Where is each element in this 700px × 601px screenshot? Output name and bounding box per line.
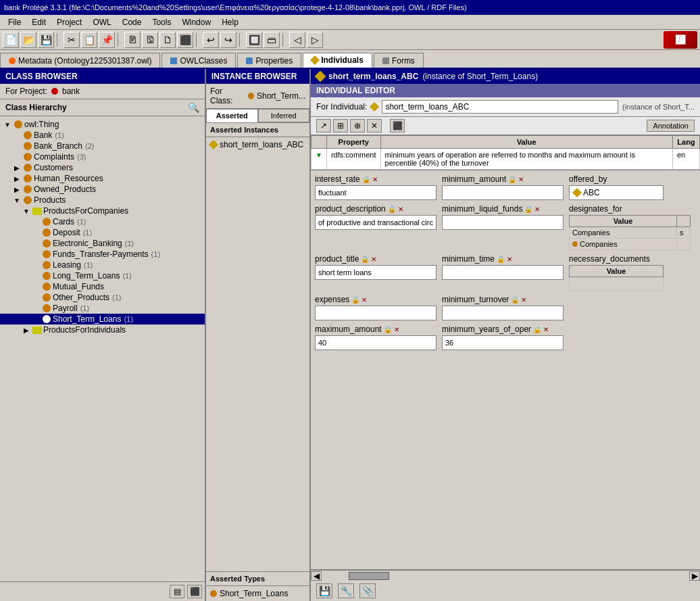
- menu-code[interactable]: Code: [117, 16, 147, 28]
- product-description-lock-icon[interactable]: 🔒: [388, 206, 396, 213]
- tab-inferred[interactable]: Inferred: [258, 109, 310, 122]
- footer-refresh-btn[interactable]: 🔧: [338, 583, 354, 598]
- search-icon[interactable]: 🔍: [188, 102, 199, 113]
- toolbar-new[interactable]: 📄: [3, 32, 19, 48]
- interest-rate-x-icon[interactable]: ✕: [372, 176, 378, 183]
- tab-owlclasses[interactable]: OWLClasses: [161, 53, 236, 68]
- table-row-rdfs-comment[interactable]: ▼ rdfs:comment minimum years of operatio…: [311, 149, 700, 170]
- tab-metadata[interactable]: Metadata (Ontology1225301387.owl): [0, 53, 160, 68]
- ed-btn-copy[interactable]: ⊞: [333, 119, 348, 133]
- tab-properties[interactable]: Properties: [237, 53, 301, 68]
- toolbar-undo[interactable]: ↩: [203, 32, 219, 48]
- toolbar-back[interactable]: ◁: [289, 32, 305, 48]
- tree-item-customers[interactable]: ▶ Customers: [0, 162, 205, 173]
- tree-item-short-term-loans[interactable]: Short_Term_Loans (1): [0, 314, 205, 324]
- minimum-liquid-funds-lock-icon[interactable]: 🔒: [524, 206, 532, 213]
- toolbar-cut[interactable]: ✂: [64, 32, 80, 48]
- menu-file[interactable]: File: [3, 16, 26, 28]
- tab-individuals[interactable]: Individuals: [303, 53, 372, 68]
- tree-item-long-term-loans[interactable]: Long_Term_Loans (1): [0, 270, 205, 281]
- minimum-turnover-lock-icon[interactable]: 🔒: [511, 296, 519, 304]
- menu-tools[interactable]: Tools: [147, 16, 176, 28]
- maximum-amount-lock-icon[interactable]: 🔒: [384, 326, 392, 333]
- minimum-years-lock-icon[interactable]: 🔒: [533, 326, 541, 333]
- menu-edit[interactable]: Edit: [26, 16, 51, 28]
- minimum-time-input[interactable]: [442, 265, 564, 280]
- tree-item-products-for-companies[interactable]: ▼ ProductsForCompanies: [0, 206, 205, 216]
- des-row-1[interactable]: Companies s: [570, 227, 691, 239]
- toolbar-save[interactable]: 💾: [38, 32, 54, 48]
- scroll-right-btn[interactable]: ▶: [689, 571, 700, 581]
- maximum-amount-x-icon[interactable]: ✕: [394, 326, 399, 333]
- minimum-liquid-funds-x-icon[interactable]: ✕: [534, 206, 540, 213]
- minimum-liquid-funds-input[interactable]: [442, 215, 564, 230]
- minimum-years-input[interactable]: [442, 335, 564, 350]
- minimum-turnover-x-icon[interactable]: ✕: [521, 296, 526, 304]
- horizontal-scrollbar[interactable]: ◀ ▶: [311, 570, 700, 581]
- for-individual-input[interactable]: [382, 100, 618, 114]
- tree-item-bank[interactable]: Bank (1): [0, 130, 205, 141]
- toolbar-btn8[interactable]: ⬛: [177, 32, 193, 48]
- tree-item-human-resources[interactable]: ▶ Human_Resources: [0, 173, 205, 184]
- type-item-short-term-loans[interactable]: Short_Term_Loans: [210, 587, 305, 600]
- tree-item-bank-branch[interactable]: Bank_Branch (2): [0, 141, 205, 151]
- minimum-amount-lock-icon[interactable]: 🔒: [508, 176, 516, 183]
- interest-rate-input[interactable]: [315, 185, 436, 200]
- toolbar-redo[interactable]: ↪: [220, 32, 236, 48]
- ed-btn-delete[interactable]: ✕: [367, 119, 382, 133]
- product-description-input[interactable]: [315, 215, 436, 230]
- footer-save-btn[interactable]: 💾: [316, 583, 332, 598]
- tree-item-cards[interactable]: Cards (1): [0, 216, 205, 227]
- tree-item-other-products[interactable]: Other_Products (1): [0, 292, 205, 303]
- tree-item-deposit[interactable]: Deposit (1): [0, 227, 205, 238]
- toolbar-open[interactable]: 📂: [20, 32, 36, 48]
- expenses-input[interactable]: [315, 306, 436, 320]
- product-description-x-icon[interactable]: ✕: [398, 206, 403, 213]
- ed-btn-add[interactable]: ↗: [316, 119, 331, 133]
- tree-item-products-for-individuals[interactable]: ▶ ProductsForIndividuals: [0, 324, 205, 335]
- interest-rate-lock-icon[interactable]: 🔒: [362, 176, 370, 183]
- toolbar-btn9[interactable]: 🔲: [246, 32, 262, 48]
- toolbar-btn7[interactable]: 🗋: [159, 32, 176, 48]
- footer-link-btn[interactable]: 📎: [359, 583, 376, 598]
- des-row-2[interactable]: Companies: [570, 239, 691, 250]
- minimum-amount-input[interactable]: [442, 185, 564, 200]
- toolbar-btn5[interactable]: 🖹: [124, 32, 141, 48]
- tree-item-complaints[interactable]: Complaints (3): [0, 151, 205, 162]
- toolbar-btn6[interactable]: 🖻: [142, 32, 158, 48]
- tree-item-mutual-funds[interactable]: Mutual_Funds: [0, 281, 205, 292]
- tree-item-payroll[interactable]: Payroll (1): [0, 303, 205, 314]
- tree-item-leasing[interactable]: Leasing (1): [0, 260, 205, 270]
- expenses-x-icon[interactable]: ✕: [361, 296, 367, 304]
- annotation-button[interactable]: Annotation: [647, 120, 695, 132]
- instance-item-short-term-loans-abc[interactable]: short_term_loans_ABC: [206, 139, 309, 151]
- expenses-lock-icon[interactable]: 🔒: [351, 296, 359, 304]
- minimum-time-lock-icon[interactable]: 🔒: [497, 256, 505, 263]
- minimum-years-x-icon[interactable]: ✕: [543, 326, 549, 333]
- tab-forms[interactable]: Forms: [374, 53, 424, 68]
- toolbar-paste[interactable]: 📌: [99, 32, 115, 48]
- toolbar-forward[interactable]: ▷: [307, 32, 323, 48]
- ed-btn-paste[interactable]: ⊕: [350, 119, 365, 133]
- minimum-turnover-input[interactable]: [442, 306, 564, 320]
- menu-window[interactable]: Window: [176, 16, 216, 28]
- product-title-input[interactable]: [315, 265, 436, 280]
- toolbar-copy[interactable]: 📋: [81, 32, 97, 48]
- product-title-x-icon[interactable]: ✕: [371, 256, 376, 263]
- maximum-amount-input[interactable]: [315, 335, 436, 350]
- tree-item-funds-transfer[interactable]: Funds_Transfer-Payments (1): [0, 249, 205, 260]
- menu-owl[interactable]: OWL: [87, 16, 116, 28]
- product-title-lock-icon[interactable]: 🔒: [361, 256, 369, 263]
- tree-item-products[interactable]: ▼ Products: [0, 195, 205, 206]
- menu-help[interactable]: Help: [216, 16, 244, 28]
- td-value-rdfs-comment[interactable]: minimum years of operation are referred …: [380, 149, 672, 170]
- minimum-amount-x-icon[interactable]: ✕: [518, 176, 524, 183]
- class-browser-btn1[interactable]: ▤: [170, 585, 184, 598]
- tree-item-electronic-banking[interactable]: Electronic_Banking (1): [0, 238, 205, 249]
- ed-btn-view[interactable]: ⬛: [390, 119, 405, 133]
- tab-asserted[interactable]: Asserted: [206, 109, 258, 122]
- class-browser-btn2[interactable]: ⬛: [187, 585, 202, 598]
- tree-item-owned-products[interactable]: ▶ Owned_Products: [0, 184, 205, 195]
- minimum-time-x-icon[interactable]: ✕: [507, 256, 512, 263]
- class-tree[interactable]: ▼ owl:Thing Bank (1) Bank_Branch (2): [0, 116, 205, 581]
